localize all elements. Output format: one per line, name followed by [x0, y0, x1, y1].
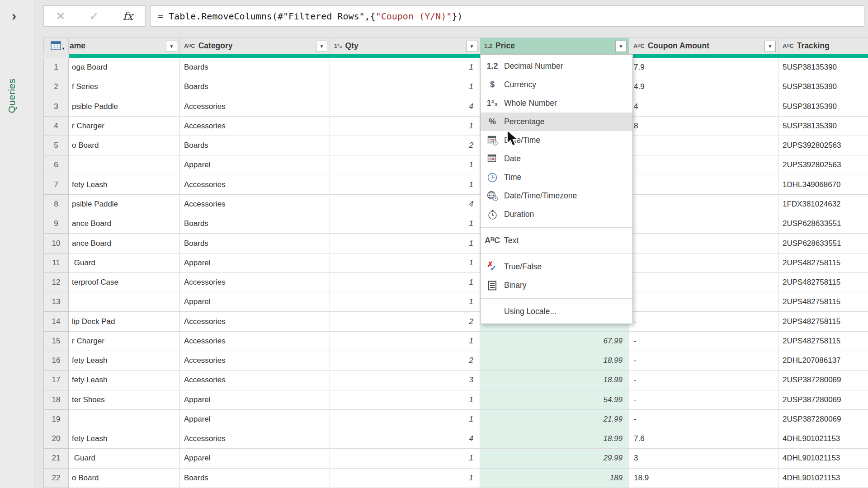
column-header-price[interactable]: 1.2 Price ▼: [480, 38, 629, 54]
cell-qty[interactable]: 1: [330, 469, 480, 488]
cell-qty[interactable]: 4: [330, 429, 480, 449]
filter-dropdown-icon[interactable]: ▼: [166, 41, 177, 52]
cell-price[interactable]: 18.99: [480, 351, 629, 371]
cell-qty[interactable]: 1: [330, 410, 480, 429]
cell-price[interactable]: 29.99: [480, 449, 629, 468]
cell-qty[interactable]: 1: [330, 77, 480, 97]
accept-formula-icon[interactable]: ✓: [90, 10, 99, 23]
cell-tracking[interactable]: 2UPS482758115: [778, 253, 868, 273]
cell-tracking[interactable]: 2UPS482758115: [778, 332, 868, 351]
row-number[interactable]: 14: [43, 312, 69, 331]
cell-category[interactable]: Apparel: [180, 449, 330, 468]
cell-coupon[interactable]: -: [629, 410, 778, 429]
column-header-coupon-amount[interactable]: AᴮC Coupon Amount ▼: [629, 38, 778, 54]
type-menu-item-time[interactable]: Time: [481, 168, 632, 187]
row-number[interactable]: 5: [43, 136, 69, 155]
select-all-corner[interactable]: ▾: [43, 38, 69, 54]
cell-qty[interactable]: 1: [330, 175, 480, 195]
cell-category[interactable]: Accessories: [180, 429, 330, 449]
cell-name[interactable]: o Board: [69, 136, 180, 155]
cell-name[interactable]: fety Leash: [69, 429, 180, 449]
row-number[interactable]: 1: [43, 58, 69, 77]
cell-tracking[interactable]: 2UPS482758115: [778, 292, 868, 312]
expand-queries-pane-icon[interactable]: ›: [12, 8, 16, 23]
cell-price[interactable]: 67.99: [480, 332, 629, 351]
cell-tracking[interactable]: 2UPS482758115: [778, 273, 868, 292]
cell-category[interactable]: Boards: [180, 469, 330, 488]
cell-name[interactable]: fety Leash: [69, 351, 180, 371]
row-number[interactable]: 20: [43, 429, 69, 449]
cell-tracking[interactable]: 5USP38135390: [778, 58, 868, 77]
cancel-formula-icon[interactable]: ✕: [56, 10, 65, 23]
type-menu-item-text[interactable]: AᴮC Text: [481, 231, 632, 250]
cell-name[interactable]: psible Paddle: [69, 97, 180, 117]
cell-coupon[interactable]: [629, 214, 778, 234]
cell-coupon[interactable]: [629, 273, 778, 292]
cell-coupon[interactable]: 3: [629, 449, 778, 468]
cell-name[interactable]: terproof Case: [69, 273, 180, 292]
cell-qty[interactable]: 1: [330, 214, 480, 234]
cell-coupon[interactable]: 7.6: [629, 429, 778, 449]
cell-qty[interactable]: 2: [330, 351, 480, 371]
cell-category[interactable]: Boards: [180, 58, 330, 77]
cell-tracking[interactable]: 2USP628633551: [778, 214, 868, 234]
cell-name[interactable]: r Charger: [69, 117, 180, 136]
row-number[interactable]: 2: [43, 77, 69, 97]
cell-coupon[interactable]: 8: [629, 117, 778, 136]
cell-category[interactable]: Apparel: [180, 390, 330, 410]
cell-coupon[interactable]: -: [629, 312, 778, 331]
cell-category[interactable]: Apparel: [180, 253, 330, 273]
cell-coupon[interactable]: [629, 155, 778, 175]
type-menu-item-date-time-timezone[interactable]: Date/Time/Timezone: [481, 187, 632, 205]
cell-tracking[interactable]: 1DHL349068670: [778, 175, 868, 195]
cell-tracking[interactable]: 4DHL901021153: [778, 469, 868, 488]
row-number[interactable]: 13: [43, 292, 69, 312]
cell-name[interactable]: f Series: [69, 77, 180, 97]
cell-category[interactable]: Accessories: [180, 371, 330, 390]
cell-coupon[interactable]: -: [629, 332, 778, 351]
cell-coupon[interactable]: -: [629, 351, 778, 371]
row-number[interactable]: 9: [43, 214, 69, 234]
cell-qty[interactable]: 1: [330, 449, 480, 468]
cell-coupon[interactable]: [629, 253, 778, 273]
cell-name[interactable]: lip Deck Pad: [69, 312, 180, 331]
cell-qty[interactable]: 2: [330, 136, 480, 155]
cell-tracking[interactable]: 2USP387280069: [778, 371, 868, 390]
cell-coupon[interactable]: 4: [629, 97, 778, 117]
cell-price[interactable]: 18.99: [480, 371, 629, 390]
cell-qty[interactable]: 1: [330, 117, 480, 136]
cell-tracking[interactable]: 2UPS392802563: [778, 136, 868, 155]
cell-tracking[interactable]: 2USP387280069: [778, 410, 868, 429]
cell-price[interactable]: 189: [480, 469, 629, 488]
cell-category[interactable]: Boards: [180, 214, 330, 234]
type-menu-item-date[interactable]: Date: [481, 150, 632, 168]
row-number[interactable]: 22: [43, 469, 69, 488]
cell-coupon[interactable]: [629, 195, 778, 214]
cell-tracking[interactable]: 4DHL901021153: [778, 429, 868, 449]
cell-name[interactable]: oga Board: [69, 58, 180, 77]
cell-qty[interactable]: 1: [330, 273, 480, 292]
cell-coupon[interactable]: 18.9: [629, 469, 778, 488]
filter-dropdown-icon[interactable]: ▼: [316, 41, 327, 52]
type-menu-item-whole-number[interactable]: 1²₃ Whole Number: [481, 94, 632, 113]
filter-dropdown-icon[interactable]: ▼: [466, 41, 477, 52]
row-number[interactable]: 21: [43, 449, 69, 468]
row-number[interactable]: 15: [43, 332, 69, 351]
cell-coupon[interactable]: 4.9: [629, 77, 778, 97]
cell-qty[interactable]: 2: [330, 312, 480, 331]
cell-qty[interactable]: 1: [330, 234, 480, 253]
row-number[interactable]: 17: [43, 371, 69, 390]
row-number[interactable]: 16: [43, 351, 69, 371]
cell-tracking[interactable]: 1FDX381024632: [778, 195, 868, 214]
formula-input[interactable]: = Table.RemoveColumns(#"Filtered Rows",{…: [150, 5, 864, 27]
cell-category[interactable]: Accessories: [180, 332, 330, 351]
cell-name[interactable]: Guard: [69, 449, 180, 468]
cell-name[interactable]: ance Board: [69, 234, 180, 253]
cell-tracking[interactable]: 2UPS482758115: [778, 312, 868, 331]
cell-qty[interactable]: 4: [330, 195, 480, 214]
cell-coupon[interactable]: -: [629, 390, 778, 410]
cell-tracking[interactable]: 2UPS392802563: [778, 155, 868, 175]
cell-qty[interactable]: 1: [330, 253, 480, 273]
row-number[interactable]: 8: [43, 195, 69, 214]
cell-name[interactable]: psible Paddle: [69, 195, 180, 214]
